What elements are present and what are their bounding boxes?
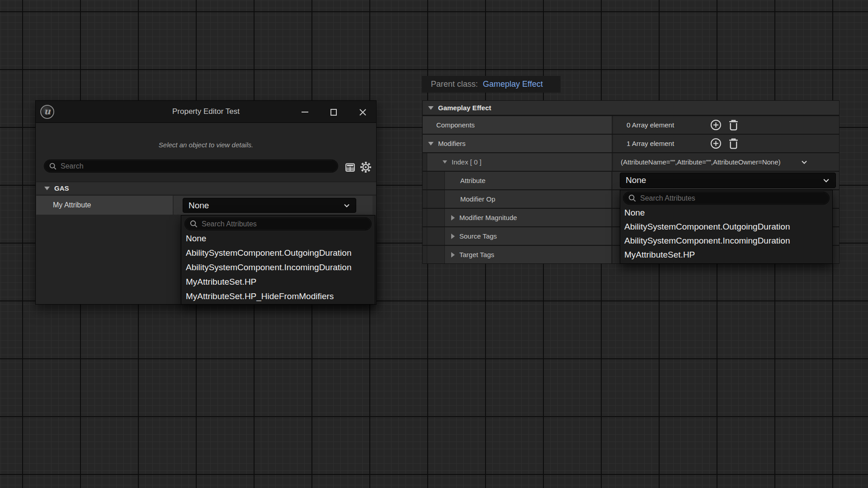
row-tail-strip bbox=[373, 196, 376, 215]
dropdown-option[interactable]: AbilitySystemComponent.IncomingDuration bbox=[620, 234, 832, 248]
trash-icon[interactable] bbox=[728, 119, 739, 131]
category-label: Gameplay Effect bbox=[438, 104, 491, 112]
row-index-0: Index [ 0 ] (AttributeName="",Attribute=… bbox=[423, 153, 839, 171]
indent-rail bbox=[427, 209, 445, 226]
expand-triangle-icon[interactable] bbox=[451, 234, 455, 239]
search-input[interactable] bbox=[57, 162, 338, 170]
dropdown-option[interactable]: None bbox=[181, 231, 375, 246]
array-count-text: 0 Array element bbox=[613, 121, 710, 129]
collapse-triangle-icon bbox=[428, 106, 434, 110]
property-name-cell[interactable]: Attribute bbox=[445, 172, 611, 189]
attribute-search-input[interactable] bbox=[198, 220, 371, 228]
attribute-search-input[interactable] bbox=[637, 194, 829, 202]
attribute-picker-dropdown: None AbilitySystemComponent.OutgoingDura… bbox=[620, 190, 833, 264]
dropdown-option[interactable]: None bbox=[620, 206, 832, 220]
property-name-cell[interactable]: Components bbox=[423, 116, 612, 134]
row-components: Components 0 Array element bbox=[423, 116, 839, 134]
maximize-button[interactable] bbox=[328, 107, 339, 117]
row-attribute: Attribute None bbox=[423, 172, 839, 189]
expand-triangle-icon[interactable] bbox=[451, 215, 455, 221]
struct-value-text: (AttributeName="",Attribute="",Attribute… bbox=[613, 158, 781, 166]
property-name-cell[interactable]: Modifiers bbox=[423, 135, 612, 152]
dropdown-option[interactable]: MyAttributeSet.HP bbox=[181, 275, 375, 289]
category-label: GAS bbox=[54, 184, 69, 192]
property-name-cell[interactable]: Modifier Magnitude bbox=[445, 209, 611, 226]
indent-rail bbox=[427, 227, 445, 245]
indent-rail bbox=[427, 246, 445, 263]
property-value-cell: None bbox=[613, 172, 839, 189]
property-name-cell[interactable]: Target Tags bbox=[445, 246, 611, 263]
attribute-search-bar[interactable] bbox=[623, 192, 830, 205]
property-value-cell: None bbox=[174, 196, 373, 215]
collapse-triangle-icon[interactable] bbox=[428, 142, 434, 145]
property-value-cell: 0 Array element bbox=[613, 116, 839, 134]
property-name-cell[interactable]: My Attribute bbox=[36, 196, 173, 215]
collapse-triangle-icon bbox=[44, 187, 50, 190]
maximize-icon bbox=[330, 109, 337, 116]
screen: u Property Editor Test Select an object … bbox=[0, 0, 868, 488]
attribute-options-list: None AbilitySystemComponent.OutgoingDura… bbox=[620, 206, 832, 262]
property-name-cell[interactable]: Source Tags bbox=[445, 227, 611, 245]
search-icon bbox=[49, 162, 57, 170]
indent-rail bbox=[423, 190, 427, 208]
property-name-cell[interactable]: Modifier Op bbox=[445, 190, 611, 208]
dropdown-option[interactable]: AbilitySystemComponent.OutgoingDuration bbox=[620, 220, 832, 234]
window-title: Property Editor Test bbox=[36, 107, 376, 116]
gear-icon bbox=[360, 161, 372, 173]
indent-rail bbox=[423, 246, 427, 263]
empty-selection-hint: Select an object to view details. bbox=[36, 141, 376, 149]
parent-class-label: Parent class: bbox=[431, 80, 478, 89]
indent-rail bbox=[423, 172, 427, 189]
close-button[interactable] bbox=[357, 107, 368, 117]
parent-class-link[interactable]: Gameplay Effect bbox=[483, 80, 543, 89]
property-name-cell[interactable]: Index [ 0 ] bbox=[427, 153, 612, 171]
window-titlebar[interactable]: u Property Editor Test bbox=[36, 101, 376, 123]
trash-icon[interactable] bbox=[728, 137, 739, 150]
search-icon bbox=[189, 220, 198, 228]
search-icon bbox=[628, 194, 637, 202]
display-filter-button[interactable] bbox=[344, 162, 356, 173]
my-attribute-combobox[interactable]: None bbox=[183, 198, 356, 213]
attribute-combobox[interactable]: None bbox=[620, 173, 836, 188]
add-element-icon[interactable] bbox=[710, 119, 722, 131]
category-header-gas[interactable]: GAS bbox=[36, 182, 376, 194]
indent-rail bbox=[423, 153, 427, 171]
close-icon bbox=[359, 108, 367, 116]
dropdown-option[interactable]: MyAttributeSet.HP bbox=[620, 248, 832, 262]
chevron-down-icon bbox=[822, 177, 830, 184]
row-modifiers: Modifiers 1 Array element bbox=[423, 135, 839, 152]
minimize-button[interactable] bbox=[299, 107, 310, 117]
indent-rail bbox=[423, 227, 427, 245]
indent-rail bbox=[427, 172, 445, 189]
attribute-search-bar[interactable] bbox=[184, 217, 372, 230]
indent-rail bbox=[427, 190, 445, 208]
property-row-my-attribute: My Attribute None bbox=[36, 195, 376, 215]
dropdown-option[interactable]: AbilitySystemComponent.IncomingDuration bbox=[181, 260, 375, 275]
dropdown-option[interactable]: MyAttributeSet.HP_HideFromModifiers bbox=[181, 289, 375, 304]
chevron-down-icon[interactable] bbox=[801, 159, 808, 166]
table-grid-icon bbox=[344, 162, 356, 173]
attribute-picker-dropdown: None AbilitySystemComponent.OutgoingDura… bbox=[181, 215, 375, 305]
parent-class-banner: Parent class: Gameplay Effect bbox=[422, 76, 561, 93]
attribute-options-list: None AbilitySystemComponent.OutgoingDura… bbox=[181, 231, 375, 304]
category-header-gameplay-effect[interactable]: Gameplay Effect bbox=[423, 101, 839, 115]
expand-triangle-icon[interactable] bbox=[451, 252, 455, 258]
indent-rail bbox=[423, 209, 427, 226]
dropdown-option[interactable]: AbilitySystemComponent.OutgoingDuration bbox=[181, 246, 375, 260]
array-count-text: 1 Array element bbox=[613, 140, 710, 147]
property-value-cell: 1 Array element bbox=[613, 135, 839, 152]
settings-button[interactable] bbox=[360, 161, 372, 173]
collapse-triangle-icon[interactable] bbox=[443, 160, 447, 164]
details-search-bar[interactable] bbox=[44, 160, 338, 173]
property-value-cell: (AttributeName="",Attribute="",Attribute… bbox=[613, 153, 839, 171]
add-element-icon[interactable] bbox=[710, 137, 722, 150]
chevron-down-icon bbox=[343, 202, 350, 209]
minimize-icon bbox=[302, 112, 308, 113]
